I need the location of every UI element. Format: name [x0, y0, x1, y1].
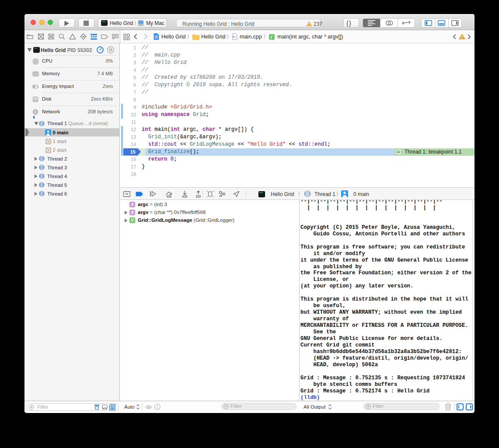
svg-text:c↔: c↔	[233, 35, 237, 38]
svg-text:A: A	[131, 210, 134, 215]
svg-text:A: A	[131, 202, 134, 207]
svg-text:V: V	[131, 218, 134, 223]
svg-text:i: i	[157, 405, 158, 409]
